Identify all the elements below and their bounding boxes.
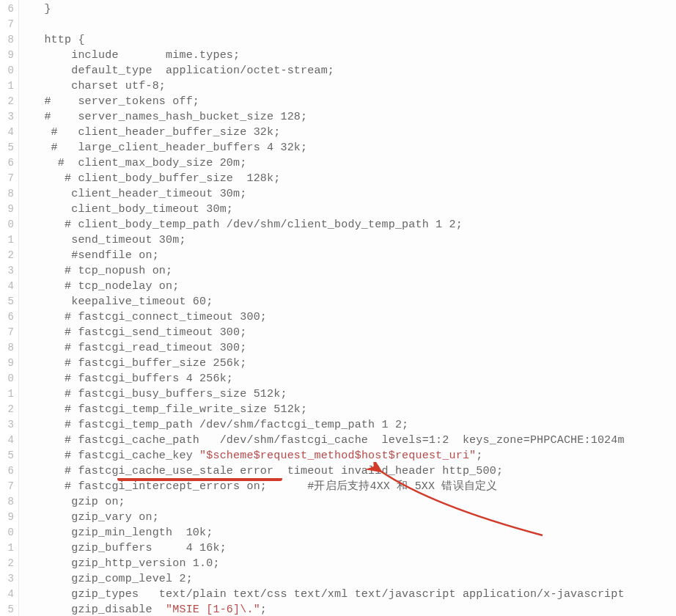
code-line: gzip_comp_level 2; — [31, 571, 676, 587]
code-line: # server_names_hash_bucket_size 128; — [31, 109, 676, 125]
line-number: 8 — [0, 32, 18, 48]
code-line: # server_tokens off; — [31, 94, 676, 109]
line-number: 7 — [0, 325, 18, 340]
line-number: 9 — [0, 202, 18, 217]
code-line: # fastcgi_busy_buffers_size 512k; — [31, 386, 676, 402]
code-area: } http { include mime.types; default_typ… — [19, 0, 676, 616]
code-line: # client_header_buffer_size 32k; — [31, 125, 676, 140]
code-line: gzip_http_version 1.0; — [31, 556, 676, 571]
code-line: # client_max_body_size 20m; — [31, 155, 676, 171]
code-line: # fastcgi_connect_timeout 300; — [31, 309, 676, 325]
line-number: 4 — [0, 433, 18, 448]
code-line: client_body_timeout 30m; — [31, 202, 676, 217]
code-line: # fastcgi_cache_path /dev/shm/fastcgi_ca… — [31, 433, 676, 448]
line-number: 2 — [0, 248, 18, 263]
line-number: 6 — [0, 155, 18, 171]
line-number: 3 — [0, 417, 18, 433]
code-line: gzip_vary on; — [31, 510, 676, 525]
line-number: 9 — [0, 356, 18, 371]
code-line: keepalive_timeout 60; — [31, 294, 676, 309]
line-number: 2 — [0, 94, 18, 109]
line-number: 9 — [0, 48, 18, 63]
line-number: 0 — [0, 217, 18, 232]
code-line: # fastcgi_temp_file_write_size 512k; — [31, 402, 676, 417]
line-number: 4 — [0, 279, 18, 294]
code-line: gzip_types text/plain text/css text/xml … — [31, 587, 676, 602]
line-number: 6 — [0, 1, 18, 17]
code-line: # tcp_nodelay on; — [31, 279, 676, 294]
line-number: 7 — [0, 479, 18, 494]
line-number: 3 — [0, 263, 18, 279]
line-number: 5 — [0, 602, 18, 616]
code-line: # fastcgi_send_timeout 300; — [31, 325, 676, 340]
line-number: 1 — [0, 386, 18, 402]
string-literal: "MSIE [1-6]\." — [166, 604, 260, 616]
line-number: 5 — [0, 448, 18, 463]
line-number: 8 — [0, 186, 18, 202]
line-number-gutter: 6789012345678901234567890123456789012345… — [0, 0, 19, 616]
line-number: 5 — [0, 140, 18, 155]
code-line: gzip_min_length 10k; — [31, 525, 676, 540]
line-number: 7 — [0, 171, 18, 186]
code-line — [31, 17, 676, 32]
code-line: # fastcgi_temp_path /dev/shm/factcgi_tem… — [31, 417, 676, 433]
code-line: gzip on; — [31, 494, 676, 510]
code-line: include mime.types; — [31, 48, 676, 63]
line-number: 6 — [0, 309, 18, 325]
line-number: 0 — [0, 63, 18, 78]
line-number: 8 — [0, 494, 18, 510]
code-line: # fastcgi_buffers 4 256k; — [31, 371, 676, 386]
code-line: # client_body_temp_path /dev/shm/client_… — [31, 217, 676, 232]
line-number: 3 — [0, 109, 18, 125]
string-literal: "$scheme$request_method$host$request_uri… — [199, 450, 476, 462]
code-line: # large_client_header_buffers 4 32k; — [31, 140, 676, 155]
line-number: 1 — [0, 540, 18, 556]
line-number: 8 — [0, 340, 18, 356]
line-number: 0 — [0, 371, 18, 386]
code-line: } — [31, 1, 676, 17]
code-line: gzip_buffers 4 16k; — [31, 540, 676, 556]
line-number: 9 — [0, 510, 18, 525]
code-line: # fastcgi_cache_key "$scheme$request_met… — [31, 448, 676, 463]
code-line: # tcp_nopush on; — [31, 263, 676, 279]
line-number: 5 — [0, 294, 18, 309]
code-line: # fastcgi_read_timeout 300; — [31, 340, 676, 356]
line-number: 1 — [0, 78, 18, 94]
line-number: 4 — [0, 587, 18, 602]
line-number: 2 — [0, 556, 18, 571]
code-line: # fastcgi_buffer_size 256k; — [31, 356, 676, 371]
code-line: # fastcgi_cache_use_stale error timeout … — [31, 463, 676, 479]
code-line: gzip_disable "MSIE [1-6]\."; — [31, 602, 676, 616]
code-line: #sendfile on; — [31, 248, 676, 263]
line-number: 6 — [0, 463, 18, 479]
line-number: 1 — [0, 232, 18, 248]
code-line: http { — [31, 32, 676, 48]
code-line: charset utf-8; — [31, 78, 676, 94]
code-line: send_timeout 30m; — [31, 232, 676, 248]
line-number: 3 — [0, 571, 18, 587]
line-number: 2 — [0, 402, 18, 417]
line-number: 7 — [0, 17, 18, 32]
code-line: client_header_timeout 30m; — [31, 186, 676, 202]
code-line: # fastcgi_intercept_errors on; #开启后支持4XX… — [31, 479, 676, 494]
code-line: default_type application/octet-stream; — [31, 63, 676, 78]
line-number: 0 — [0, 525, 18, 540]
code-line: # client_body_buffer_size 128k; — [31, 171, 676, 186]
line-number: 4 — [0, 125, 18, 140]
